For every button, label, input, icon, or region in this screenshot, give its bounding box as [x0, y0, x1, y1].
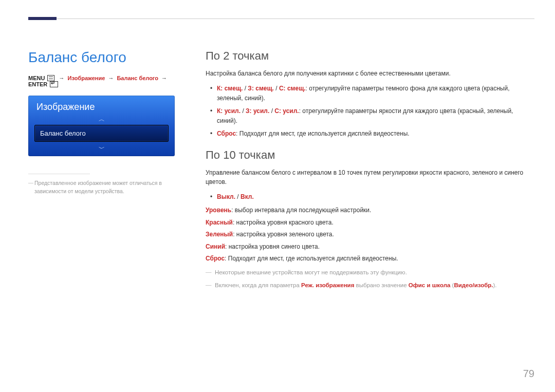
def-key: Уровень — [206, 207, 231, 214]
param-label: С: усил. — [274, 107, 299, 115]
note-1: Некоторые внешние устройства могут не по… — [206, 268, 534, 278]
definitions: Уровень: выбор интервала для последующей… — [206, 205, 534, 265]
def-key: Зеленый — [206, 231, 233, 238]
list-10pt: Выкл. / Вкл. — [206, 192, 534, 202]
def-val: : настройка уровня синего цвета. — [225, 243, 320, 250]
breadcrumb-menu: MENU — [28, 75, 45, 81]
section-intro-2pt: Настройка баланса белого для получения к… — [206, 69, 534, 79]
section-heading-2pt: По 2 точкам — [206, 49, 534, 63]
osd-selected-item[interactable]: Баланс белого — [34, 125, 169, 142]
enter-icon — [50, 81, 58, 87]
section-heading-10pt: По 10 точкам — [206, 148, 534, 162]
param-label: К: смещ. — [217, 85, 243, 92]
param-label: К: усил. — [217, 107, 240, 115]
def-val: : настройка уровня красного цвета. — [233, 219, 334, 226]
param-desc: : Подходит для мест, где используется ди… — [236, 130, 410, 137]
list-2pt: К: смещ. / З: смещ. / С: смещ.: отрегули… — [206, 84, 534, 139]
breadcrumb: MENU → Изображение → Баланс белого → ENT… — [28, 75, 188, 87]
list-item: К: смещ. / З: смещ. / С: смещ.: отрегули… — [206, 84, 534, 103]
def-val: : настройка уровня зеленого цвета. — [233, 231, 334, 238]
header-accent — [28, 17, 57, 20]
list-item: К: усил. / З: усил. / С: усил.: отрегули… — [206, 106, 534, 126]
param-label: З: смещ. — [248, 85, 274, 92]
param-label: С: смещ. — [279, 85, 306, 92]
option-off: Выкл. — [217, 193, 235, 200]
option-on: Вкл. — [240, 193, 254, 200]
note-param: Видео/изобр. — [454, 282, 493, 288]
header-rule — [28, 18, 534, 19]
breadcrumb-enter: ENTER — [28, 81, 47, 87]
page-number: 79 — [523, 368, 534, 380]
def-val: : Подходит для мест, где используется ди… — [225, 255, 398, 262]
chevron-down-icon[interactable]: ﹀ — [28, 143, 175, 156]
def-key: Красный — [206, 219, 233, 226]
param-label: Сброс — [217, 130, 236, 137]
def-val: : выбор интервала для последующей настро… — [231, 207, 371, 214]
param-label: З: усил. — [246, 107, 269, 115]
list-item: Выкл. / Вкл. — [206, 192, 534, 202]
osd-panel: Изображение ︿ Баланс белого ﹀ — [28, 96, 175, 156]
section-intro-10pt: Управление балансом белого с интервалом … — [206, 168, 534, 187]
list-item: Сброс: Подходит для мест, где использует… — [206, 129, 534, 139]
def-key: Сброс — [206, 255, 225, 262]
chevron-up-icon[interactable]: ︿ — [28, 117, 175, 124]
left-footnote: Представленное изображение может отличат… — [28, 179, 188, 196]
note-param: Реж. изображения — [301, 282, 354, 288]
def-key: Синий — [206, 243, 225, 250]
note-2: Включен, когда для параметра Реж. изобра… — [206, 281, 534, 291]
breadcrumb-step-2: Баланс белого — [117, 75, 158, 81]
note-param: Офис и школа — [409, 282, 451, 288]
osd-title: Изображение — [28, 96, 175, 117]
divider — [28, 174, 90, 174]
page-title: Баланс белого — [28, 49, 188, 66]
breadcrumb-step-1: Изображение — [68, 75, 105, 81]
